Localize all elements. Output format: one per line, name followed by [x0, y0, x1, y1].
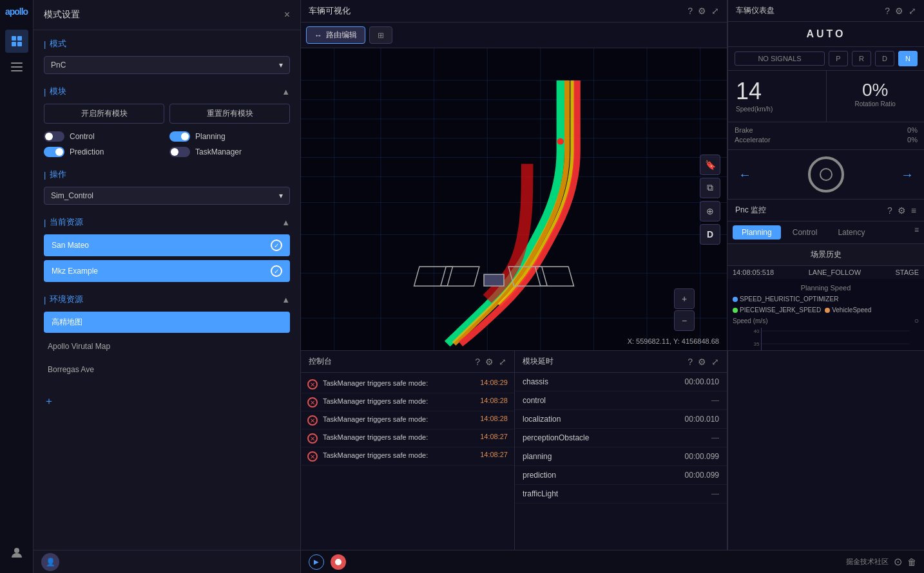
value-traffic: — — [711, 489, 719, 498]
steer-left-button[interactable]: ← — [738, 167, 751, 182]
latency-row-control: control — — [515, 391, 727, 410]
rotation-value: 0% — [834, 80, 917, 100]
latency-row-perception: perceptionObstacle — — [515, 429, 727, 447]
operation-dropdown[interactable]: Sim_Control ▾ — [44, 187, 290, 205]
sidebar-icon-main[interactable] — [5, 30, 28, 53]
viz-help-icon[interactable]: ? — [688, 6, 693, 16]
accel-value: 0% — [907, 136, 918, 144]
console-time-3: 14:08:28 — [480, 415, 508, 422]
history-type: LANE_FOLLOW — [809, 268, 861, 276]
resource-section: 当前资源 ▲ San Mateo ✓ Mkz Example ✓ — [44, 216, 290, 282]
dash-settings-icon[interactable]: ⚙ — [895, 6, 903, 16]
dash-help-icon[interactable]: ? — [885, 6, 890, 16]
open-all-modules-button[interactable]: 开启所有模块 — [44, 104, 164, 124]
svg-rect-1 — [17, 36, 22, 41]
viz-expand-icon[interactable]: ⤢ — [711, 6, 719, 16]
console-msg-4: TaskManager triggers safe mode: — [323, 433, 475, 442]
sidebar-icon-user[interactable] — [5, 541, 28, 564]
latency-panel: 模块延时 ? ⚙ ⤢ chassis 00:00.010 control — l… — [515, 351, 727, 550]
pnc-settings-icon[interactable]: ⚙ — [898, 205, 906, 216]
taskmanager-toggle[interactable] — [169, 147, 190, 157]
console-settings-icon[interactable]: ⚙ — [485, 357, 494, 367]
resource-san-mateo[interactable]: San Mateo ✓ — [44, 234, 290, 256]
zoom-out-button[interactable]: − — [674, 310, 695, 331]
resource-collapse-icon[interactable]: ▲ — [282, 218, 290, 227]
legend-dot-3 — [825, 308, 830, 313]
svg-point-36 — [557, 138, 564, 145]
latency-expand-icon[interactable]: ⤢ — [711, 357, 719, 367]
pnc-actions: ? ⚙ ≡ — [887, 205, 916, 216]
legend-dot-2 — [733, 308, 738, 313]
resource-borregas[interactable]: Borregas Ave — [44, 360, 290, 379]
dashboard-actions: ? ⚙ ⤢ — [885, 6, 916, 16]
control-toggle[interactable] — [44, 131, 64, 142]
bottom-circle-icon[interactable]: ⊙ — [894, 556, 902, 568]
bottom-delete-icon[interactable]: 🗑 — [907, 557, 916, 567]
chart-legend: SPEED_HEURISTIC_OPTIMIZER PIECEWISE_JERK… — [733, 296, 919, 314]
play-button[interactable]: ▶ — [309, 554, 324, 570]
console-header: 控制台 ? ⚙ ⤢ — [301, 351, 514, 373]
resource-section-title: 当前资源 ▲ — [44, 216, 290, 228]
gear-p[interactable]: P — [829, 51, 848, 66]
svg-rect-0 — [12, 36, 16, 41]
error-icon-4: ✕ — [307, 433, 318, 444]
right-column: 车辆仪表盘 ? ⚙ ⤢ AUTO NO SIGNALS P R D N — [727, 0, 924, 350]
env-section: 环境资源 ▲ 高精地图 Apollo Virutal Map Borregas … — [44, 294, 290, 379]
tab-route-edit[interactable]: ↔ 路由编辑 — [306, 26, 365, 44]
signal-row: NO SIGNALS P R D N — [728, 47, 924, 71]
bookmark-tool[interactable]: 🔖 — [700, 155, 720, 175]
value-control: — — [711, 396, 719, 405]
mode-dropdown[interactable]: PnC ▾ — [44, 56, 290, 74]
add-resource-button[interactable]: ＋ — [44, 391, 290, 412]
filter-icon[interactable]: ≡ — [914, 225, 919, 240]
module-collapse-icon[interactable]: ▲ — [282, 87, 290, 97]
resource-mkz-example[interactable]: Mkz Example ✓ — [44, 260, 290, 282]
steer-right-button[interactable]: → — [901, 167, 914, 182]
brake-row: Brake 0% — [735, 126, 918, 134]
chevron-down-icon-2: ▾ — [279, 191, 283, 200]
console-expand-icon[interactable]: ⤢ — [499, 357, 506, 367]
svg-rect-8 — [301, 48, 727, 350]
resource-apollo-virtual[interactable]: Apollo Virutal Map — [44, 337, 290, 356]
layers-tool[interactable]: ⊕ — [700, 201, 720, 221]
tab-control[interactable]: Control — [784, 225, 827, 240]
auto-badge: AUTO — [728, 22, 924, 47]
record-button[interactable] — [331, 554, 346, 570]
console-row-2: ✕ TaskManager triggers safe mode: 14:08:… — [301, 393, 514, 411]
viz-settings-icon[interactable]: ⚙ — [698, 6, 706, 16]
resource-gaojing[interactable]: 高精地图 — [44, 312, 290, 333]
sidebar-icon-list[interactable] — [5, 55, 28, 79]
reset-all-modules-button[interactable]: 重置所有模块 — [169, 104, 290, 124]
error-icon-1: ✕ — [307, 379, 318, 390]
chart-settings-icon[interactable]: ○ — [914, 316, 919, 325]
svg-rect-2 — [12, 42, 16, 46]
latency-settings-icon[interactable]: ⚙ — [698, 357, 706, 367]
copy-tool[interactable]: ⧉ — [700, 178, 720, 198]
tab-planning[interactable]: Planning — [733, 225, 781, 240]
tab-grid[interactable]: ⊞ — [369, 26, 392, 44]
planning-toggle[interactable] — [169, 131, 190, 142]
user-avatar[interactable]: 👤 — [41, 553, 59, 571]
operation-section: 操作 Sim_Control ▾ — [44, 169, 290, 205]
zoom-in-button[interactable]: + — [674, 288, 695, 309]
d-tool[interactable]: D — [700, 224, 720, 245]
env-collapse-icon[interactable]: ▲ — [282, 295, 290, 305]
pnc-expand-icon[interactable]: ≡ — [911, 205, 916, 216]
settings-panel: 模式设置 × 模式 PnC ▾ 模块 ▲ 开启所有模块 重置所有模块 — [34, 0, 301, 573]
gear-r[interactable]: R — [852, 51, 871, 66]
console-help-icon[interactable]: ? — [475, 357, 480, 367]
check-icon-2: ✓ — [271, 265, 282, 277]
module-grid: Control Planning Prediction TaskManager — [44, 131, 290, 157]
gear-d[interactable]: D — [875, 51, 894, 66]
prediction-toggle[interactable] — [44, 147, 64, 157]
mode-section-title: 模式 — [44, 38, 290, 50]
gear-n[interactable]: N — [898, 51, 918, 66]
pnc-help-icon[interactable]: ? — [887, 205, 892, 216]
dash-expand-icon[interactable]: ⤢ — [909, 6, 916, 16]
prediction-label: Prediction — [70, 147, 104, 156]
latency-help-icon[interactable]: ? — [688, 357, 693, 367]
history-stage: STAGE — [896, 268, 919, 276]
tab-latency[interactable]: Latency — [829, 225, 874, 240]
close-button[interactable]: × — [284, 9, 290, 21]
svg-rect-29 — [484, 274, 504, 286]
